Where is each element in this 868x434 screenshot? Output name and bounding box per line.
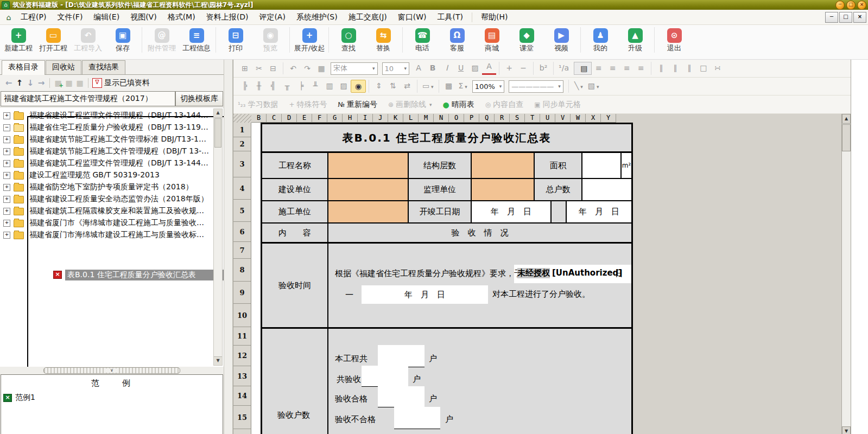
editor-toolbar-icon[interactable]: A bbox=[482, 62, 496, 75]
editor-toolbar-icon[interactable]: ⇄ bbox=[400, 80, 414, 93]
acceptance-time-body[interactable]: 根据《福建省住宅工程质量分户验收规程》要求，于 未经授权 [UnAuthoriz… bbox=[328, 243, 632, 328]
editor-toolbar-icon[interactable]: ╠ bbox=[238, 80, 252, 93]
toolbar-button[interactable]: + 新建工程 bbox=[1, 27, 36, 53]
tree-expander-icon[interactable]: + bbox=[3, 160, 10, 167]
column-a-strip[interactable] bbox=[251, 123, 261, 434]
editor-toolbar-icon[interactable]: ▭ bbox=[417, 80, 436, 93]
tree-expander-icon[interactable]: + bbox=[3, 148, 10, 155]
sidebar-splitter[interactable]: ∨ bbox=[0, 367, 224, 374]
tree-expander-icon[interactable]: + bbox=[3, 172, 10, 179]
column-header[interactable]: J bbox=[373, 114, 388, 123]
sidebar-tab[interactable]: 表格目录 bbox=[2, 60, 45, 75]
label-acceptance-status[interactable]: 验 收 情 况 bbox=[328, 223, 632, 243]
menu-item[interactable]: 资料上报(D) bbox=[201, 12, 254, 22]
filter-funnel-icon[interactable]: ∇ bbox=[92, 78, 102, 88]
column-header[interactable]: U bbox=[540, 114, 555, 123]
tree-item[interactable]: 表B.0.1 住宅工程质量分户验收汇总表 bbox=[27, 116, 224, 367]
hh-item2-blank[interactable] bbox=[362, 366, 408, 387]
scroll-up-icon[interactable]: ▲ bbox=[214, 109, 222, 118]
delete-table-icon[interactable]: ▦ bbox=[74, 79, 85, 87]
menu-item[interactable]: 工程(P) bbox=[15, 12, 52, 22]
column-header[interactable]: Y bbox=[601, 114, 616, 123]
editor-toolbar-icon[interactable]: ╥ bbox=[280, 80, 294, 93]
toolbar-button[interactable]: ◆ 课堂 bbox=[509, 27, 544, 53]
column-header[interactable]: W bbox=[571, 114, 586, 123]
label-content[interactable]: 内 容 bbox=[262, 223, 328, 243]
label-builder-unit[interactable]: 施工单位 bbox=[262, 201, 328, 223]
editor-toolbar-icon[interactable]: ▨ bbox=[337, 80, 351, 93]
toolbar-button[interactable]: ○ 查找 bbox=[328, 27, 366, 53]
editor-toolbar-icon[interactable]: A bbox=[411, 62, 426, 75]
column-header[interactable]: G bbox=[327, 114, 343, 123]
toolbar-button[interactable]: ♟ 我的 bbox=[580, 27, 618, 53]
label-structure-floors[interactable]: 结构层数 bbox=[408, 152, 471, 178]
row-header[interactable]: 6 bbox=[233, 222, 251, 242]
editor-toolbar-icon[interactable]: ◉ bbox=[351, 80, 366, 93]
vertical-splitter[interactable] bbox=[224, 60, 233, 434]
toolbar-button[interactable]: ▶ 视频 bbox=[544, 27, 579, 53]
editor-toolbar-icon[interactable]: ¹/a bbox=[553, 62, 571, 75]
tree-item-label[interactable]: 表B.0.1 住宅工程质量分户验收汇总表 bbox=[65, 270, 224, 280]
input-area[interactable] bbox=[582, 152, 621, 178]
editor-text-button[interactable]: + 特殊符号 bbox=[289, 100, 327, 110]
editor-text-button[interactable]: ◎ 内容自查 bbox=[485, 100, 523, 110]
editor-text-button[interactable]: № 重新编号 bbox=[338, 100, 377, 110]
nav-forward-icon[interactable]: → bbox=[36, 78, 47, 88]
column-header[interactable]: X bbox=[586, 114, 601, 123]
toolbar-button[interactable]: ◉ 预览 bbox=[253, 27, 288, 53]
input-supervision-unit[interactable] bbox=[471, 178, 534, 201]
toolbar-button[interactable]: ☎ 电话 bbox=[402, 27, 440, 53]
column-header[interactable]: B bbox=[251, 114, 267, 123]
label-construction-unit[interactable]: 建设单位 bbox=[262, 178, 328, 201]
editor-toolbar-icon[interactable]: ≡ bbox=[634, 62, 648, 75]
editor-toolbar-icon[interactable]: ∥ bbox=[668, 62, 682, 75]
editor-toolbar-icon[interactable]: ≡ bbox=[592, 62, 606, 75]
editor-text-button[interactable]: ● 晴雨表 bbox=[443, 100, 474, 110]
input-construction-unit[interactable] bbox=[328, 178, 408, 201]
editor-toolbar-icon[interactable]: Σ bbox=[456, 80, 470, 93]
toolbar-button[interactable]: ▣ 保存 bbox=[105, 27, 140, 53]
switch-template-button[interactable]: 切换模板库 bbox=[175, 91, 223, 106]
row-header[interactable]: 12 bbox=[233, 346, 251, 366]
row-header[interactable]: 8 bbox=[233, 259, 251, 282]
editor-toolbar-icon[interactable]: ╫ bbox=[252, 80, 266, 93]
editor-toolbar-icon[interactable]: ✂ bbox=[252, 62, 266, 74]
input-finish-date[interactable]: 年 月 日 bbox=[566, 201, 632, 223]
column-header[interactable]: I bbox=[358, 114, 373, 123]
scroll-up-icon[interactable]: ▲ bbox=[842, 114, 851, 124]
menu-item[interactable]: 文件(F) bbox=[52, 12, 88, 22]
editor-toolbar-icon[interactable]: ∥ bbox=[651, 62, 668, 75]
add-table-icon[interactable]: ▦ bbox=[53, 79, 64, 87]
editor-toolbar-icon[interactable]: □ bbox=[696, 62, 711, 75]
editor-toolbar-icon[interactable]: b² bbox=[533, 62, 550, 75]
copy-table-icon[interactable]: ▦ bbox=[64, 79, 74, 87]
label-acceptance-time[interactable]: 验收时间 bbox=[262, 243, 328, 328]
row-header[interactable]: 11 bbox=[233, 327, 251, 346]
mdi-control-button[interactable]: ─ bbox=[825, 12, 838, 23]
column-header[interactable]: T bbox=[525, 114, 540, 123]
label-area[interactable]: 面积 bbox=[534, 152, 582, 178]
editor-toolbar-icon[interactable]: ∺ bbox=[711, 62, 725, 75]
editor-text-button[interactable]: ▣ 同步单元格 bbox=[534, 100, 580, 110]
menu-item[interactable]: 格式(M) bbox=[162, 12, 201, 22]
editor-toolbar-icon[interactable]: ⇕ bbox=[369, 80, 386, 93]
column-header[interactable]: O bbox=[449, 114, 464, 123]
column-header[interactable]: V bbox=[555, 114, 571, 123]
hh-item1-blank[interactable] bbox=[378, 345, 425, 367]
row-header[interactable]: 2 bbox=[233, 137, 251, 151]
tree-expander-icon[interactable]: + bbox=[3, 208, 10, 215]
filter-label[interactable]: 显示已填资料 bbox=[104, 78, 150, 88]
input-project-name[interactable] bbox=[328, 152, 408, 178]
sheet-corner-cell[interactable] bbox=[233, 114, 252, 123]
editor-toolbar-icon[interactable]: ▤ bbox=[574, 62, 592, 75]
splitter-handle[interactable]: ∨ bbox=[43, 367, 180, 374]
editor-toolbar-icon[interactable]: ⇅ bbox=[386, 80, 400, 93]
editor-toolbar-icon[interactable]: ↶ bbox=[283, 62, 300, 74]
row-header[interactable]: 5 bbox=[233, 200, 251, 222]
unit-m2[interactable]: m² bbox=[621, 152, 632, 178]
row-header[interactable]: 13 bbox=[233, 366, 251, 386]
column-header[interactable]: M bbox=[419, 114, 434, 123]
mdi-control-button[interactable]: × bbox=[853, 12, 866, 23]
column-header[interactable]: D bbox=[282, 114, 297, 123]
tree-expander-icon[interactable]: + bbox=[3, 196, 10, 203]
